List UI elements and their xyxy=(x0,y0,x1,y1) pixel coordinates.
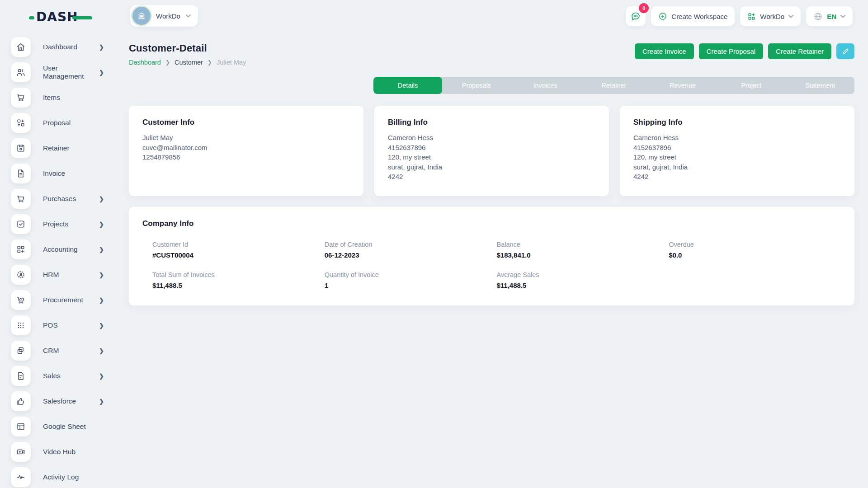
shipping-info-card: Shipping InfoCameron Hess4152637896120, … xyxy=(620,106,854,196)
field-value: 1 xyxy=(325,282,497,289)
language-menu[interactable]: EN xyxy=(806,6,853,26)
create-invoice-button[interactable]: Create Invoice xyxy=(635,43,694,59)
sidebar-item-invoice[interactable]: Invoice xyxy=(0,161,117,186)
field-value: 06-12-2023 xyxy=(325,251,497,259)
sidebar-item-crm[interactable]: CRM❯ xyxy=(0,338,117,363)
create-proposal-button[interactable]: Create Proposal xyxy=(699,43,763,59)
language-label: EN xyxy=(827,13,836,20)
company-field-average-sales: Average Sales$11,488.5 xyxy=(497,271,669,289)
pencil-icon xyxy=(842,48,849,55)
tab-retainer[interactable]: Retainer xyxy=(580,77,648,94)
tab-proposals[interactable]: Proposals xyxy=(442,77,511,94)
users-icon xyxy=(11,62,31,82)
sidebar-item-items[interactable]: Items xyxy=(0,85,117,110)
company-field-balance: Balance$183,841.0 xyxy=(497,241,669,259)
main-content: Customer-Detail Dashboard ❯ Customer ❯ J… xyxy=(117,34,868,305)
sidebar-item-projects[interactable]: Projects❯ xyxy=(0,211,117,237)
sidebar-item-label: Proposal xyxy=(43,119,107,127)
field-label: Overdue xyxy=(669,241,841,248)
card-line: 4152637896 xyxy=(633,143,841,153)
sidebar-item-label: Sales xyxy=(43,372,99,380)
create-retainer-button[interactable]: Create Retainer xyxy=(768,43,831,59)
tab-details[interactable]: Details xyxy=(373,77,442,94)
chevron-right-icon: ❯ xyxy=(99,373,107,380)
field-label: Date of Creation xyxy=(325,241,497,248)
card-line: 120, my street xyxy=(633,152,841,162)
sidebar-item-label: Procurement xyxy=(43,296,99,304)
sidebar-item-purchases[interactable]: Purchases❯ xyxy=(0,186,117,211)
sidebar-item-user-management[interactable]: User Management❯ xyxy=(0,60,117,85)
hrm-icon xyxy=(11,265,31,285)
workspace-avatar xyxy=(132,7,151,25)
sidebar-item-hrm[interactable]: HRM❯ xyxy=(0,262,117,287)
sidebar-item-pos[interactable]: POS❯ xyxy=(0,313,117,338)
sidebar-item-dashboard[interactable]: Dashboard❯ xyxy=(0,34,117,60)
sidebar-item-label: Purchases xyxy=(43,195,99,203)
sidebar-item-sales[interactable]: Sales❯ xyxy=(0,363,117,389)
messages-button[interactable]: 0 xyxy=(626,6,646,26)
sidebar-item-video-hub[interactable]: Video Hub xyxy=(0,439,117,465)
card-line: cuve@mailinator.com xyxy=(142,143,350,153)
tab-revenue[interactable]: Revenue xyxy=(648,77,717,94)
sidebar-item-label: Activity Log xyxy=(43,473,107,481)
card-line: 120, my street xyxy=(388,152,595,162)
sidebar-item-procurement[interactable]: Procurement❯ xyxy=(0,287,117,313)
messages-count-badge: 0 xyxy=(639,3,649,13)
chevron-right-icon: ❯ xyxy=(99,272,107,278)
breadcrumb-current: Juliet May xyxy=(217,59,246,66)
sidebar-item-accounting[interactable]: Accounting❯ xyxy=(0,237,117,262)
chevron-right-icon: ❯ xyxy=(99,221,107,228)
sidebar-item-retainer[interactable]: Retainer xyxy=(0,136,117,161)
sidebar-item-label: Invoice xyxy=(43,169,107,178)
field-value: $0.0 xyxy=(669,251,841,259)
tab-statement[interactable]: Statement xyxy=(786,77,854,94)
company-menu-label: WorkDo xyxy=(760,13,784,20)
workspace-selector[interactable]: WorkDo xyxy=(130,5,198,27)
create-workspace-button[interactable]: Create Workspace xyxy=(651,6,735,26)
sidebar-item-label: Dashboard xyxy=(43,43,99,51)
cart-icon xyxy=(11,88,31,108)
field-label: Average Sales xyxy=(497,271,669,278)
activity-icon xyxy=(11,467,31,487)
sidebar-item-activity-log[interactable]: Activity Log xyxy=(0,465,117,488)
card-line: Cameron Hess xyxy=(633,133,841,143)
field-label: Total Sum of Invoices xyxy=(152,271,325,278)
sidebar-item-salesforce[interactable]: Salesforce❯ xyxy=(0,389,117,414)
sidebar-item-label: Salesforce xyxy=(43,397,99,405)
company-field-date-of-creation: Date of Creation06-12-2023 xyxy=(325,241,497,259)
edit-customer-button[interactable] xyxy=(836,43,854,59)
card-line: surat, gujrat, India xyxy=(388,162,595,172)
card-line: Juliet May xyxy=(142,133,350,143)
sidebar-nav: Dashboard❯User Management❯ItemsProposalR… xyxy=(0,34,117,488)
grid-plus-icon xyxy=(11,239,31,259)
table-icon xyxy=(11,417,31,436)
chevron-right-icon: ❯ xyxy=(99,347,107,354)
breadcrumb-customer-link[interactable]: Customer xyxy=(175,59,203,66)
dots-grid-icon xyxy=(11,315,31,335)
company-info-card: Company Info Customer Id#CUST00004Date o… xyxy=(129,207,854,305)
sidebar-item-label: HRM xyxy=(43,271,99,279)
company-field-customer-id: Customer Id#CUST00004 xyxy=(152,241,325,259)
cart-icon xyxy=(11,189,31,209)
file-icon xyxy=(11,366,31,386)
sidebar-item-label: Items xyxy=(43,94,107,102)
card-line: Cameron Hess xyxy=(388,133,595,143)
dash-logo[interactable]: DASH xyxy=(29,7,92,25)
sidebar-item-label: Accounting xyxy=(43,245,99,253)
company-field-quantity-of-invoice: Quantity of Invoice1 xyxy=(325,271,497,289)
invoice-icon xyxy=(11,164,31,183)
sidebar-item-proposal[interactable]: Proposal xyxy=(0,110,117,136)
page-title: Customer-Detail xyxy=(129,42,246,54)
field-value: $183,841.0 xyxy=(497,251,669,259)
company-menu[interactable]: WorkDo xyxy=(740,6,801,26)
tab-project[interactable]: Project xyxy=(717,77,786,94)
sidebar-item-label: User Management xyxy=(43,64,99,80)
svg-text:DASH: DASH xyxy=(36,9,78,24)
field-label: Customer Id xyxy=(152,241,325,248)
tab-invoices[interactable]: Invoices xyxy=(511,77,580,94)
billing-info-card: Billing InfoCameron Hess4152637896120, m… xyxy=(374,106,609,196)
sidebar-item-google-sheet[interactable]: Google Sheet xyxy=(0,414,117,439)
proposal-icon xyxy=(11,113,31,133)
sidebar-item-label: Projects xyxy=(43,220,99,228)
breadcrumb-dashboard-link[interactable]: Dashboard xyxy=(129,59,161,66)
